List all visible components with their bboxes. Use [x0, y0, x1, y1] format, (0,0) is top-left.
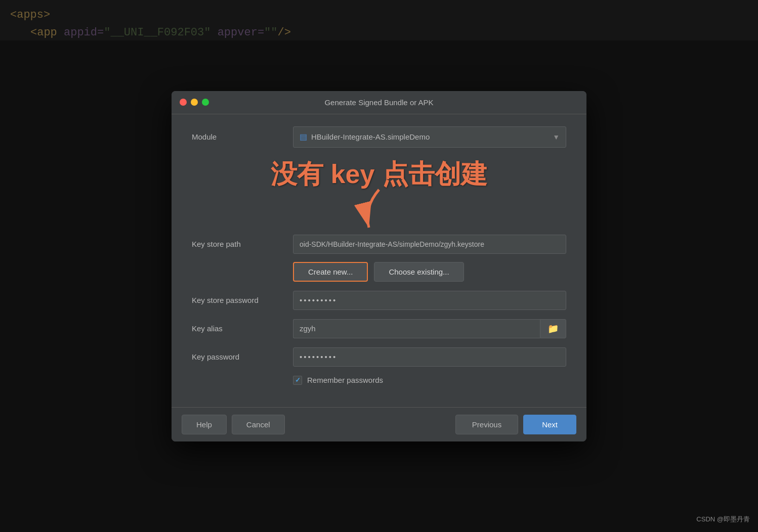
keystore-label: Key store path	[192, 240, 293, 248]
module-row: Module ▤ HBuilder-Integrate-AS.simpleDem…	[192, 126, 566, 148]
footer-right-buttons: Previous Next	[455, 415, 576, 434]
create-new-button[interactable]: Create new...	[293, 262, 368, 282]
key-password-label: Key password	[192, 352, 293, 361]
dialog-body: Module ▤ HBuilder-Integrate-AS.simpleDem…	[172, 114, 586, 407]
remember-passwords-row: ✓ Remember passwords	[293, 376, 566, 385]
dialog-footer: Help Cancel Previous Next	[172, 407, 586, 441]
keystore-path-input[interactable]: oid-SDK/HBuilder-Integrate-AS/simpleDemo…	[293, 235, 566, 254]
module-value: HBuilder-Integrate-AS.simpleDemo	[311, 132, 430, 141]
keystore-password-input[interactable]	[293, 291, 566, 310]
key-alias-label: Key alias	[192, 324, 293, 333]
arrow-indicator	[192, 187, 566, 233]
key-password-row: Key password	[192, 347, 566, 367]
key-alias-input[interactable]: zgyh	[293, 319, 540, 338]
key-alias-container: zgyh 📁	[293, 319, 566, 338]
minimize-button[interactable]	[191, 99, 198, 106]
remember-passwords-checkbox[interactable]: ✓	[293, 376, 302, 385]
dialog-overlay: Generate Signed Bundle or APK Module ▤ H…	[0, 0, 758, 532]
key-alias-browse-button[interactable]: 📁	[540, 319, 566, 338]
module-icon: ▤	[300, 132, 307, 142]
choose-existing-button[interactable]: Choose existing...	[374, 262, 464, 282]
watermark: CSDN @即墨丹青	[696, 515, 750, 524]
annotation-area: 没有 key 点击创建	[192, 157, 566, 233]
key-password-input[interactable]	[293, 347, 566, 367]
key-alias-row: Key alias zgyh 📁	[192, 319, 566, 338]
checkmark-icon: ✓	[295, 376, 301, 384]
generate-signed-dialog: Generate Signed Bundle or APK Module ▤ H…	[172, 91, 586, 441]
module-dropdown[interactable]: ▤ HBuilder-Integrate-AS.simpleDemo ▼	[293, 126, 566, 148]
folder-icon: 📁	[548, 323, 559, 334]
chevron-down-icon: ▼	[553, 133, 560, 141]
module-label: Module	[192, 132, 293, 141]
cancel-button[interactable]: Cancel	[232, 415, 285, 434]
keystore-password-label: Key store password	[192, 296, 293, 304]
previous-button[interactable]: Previous	[455, 415, 518, 434]
help-button[interactable]: Help	[182, 415, 227, 434]
remember-checkbox-container: ✓ Remember passwords	[293, 376, 383, 385]
maximize-button[interactable]	[202, 99, 209, 106]
annotation-text: 没有 key 点击创建	[271, 159, 487, 189]
keystore-password-row: Key store password	[192, 291, 566, 310]
remember-passwords-label: Remember passwords	[307, 376, 383, 384]
dialog-title: Generate Signed Bundle or APK	[324, 98, 433, 107]
keystore-action-buttons: Create new... Choose existing...	[293, 262, 566, 282]
arrow-svg	[349, 187, 409, 233]
keystore-path-row: Key store path oid-SDK/HBuilder-Integrat…	[192, 235, 566, 254]
footer-left-buttons: Help Cancel	[182, 415, 285, 434]
traffic-lights	[180, 99, 209, 106]
close-button[interactable]	[180, 99, 187, 106]
next-button[interactable]: Next	[523, 415, 576, 434]
dialog-titlebar: Generate Signed Bundle or APK	[172, 91, 586, 114]
